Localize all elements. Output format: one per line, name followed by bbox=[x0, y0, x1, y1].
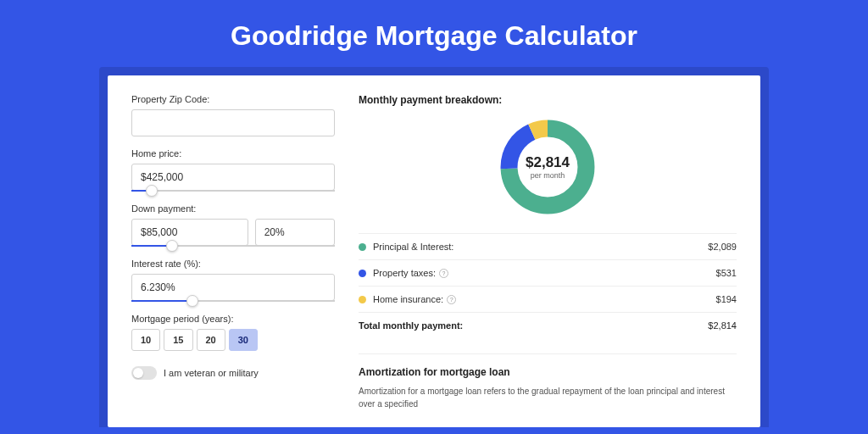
info-icon[interactable]: ? bbox=[439, 269, 448, 278]
legend-dot bbox=[359, 270, 366, 277]
breakdown-label: Property taxes:? bbox=[373, 268, 716, 278]
donut-chart: $2,814 per month bbox=[497, 116, 598, 218]
calculator-card: Property Zip Code: Home price: Down paym… bbox=[108, 75, 760, 427]
breakdown-row: Principal & Interest:$2,089 bbox=[359, 233, 737, 259]
page-title: Goodridge Mortgage Calculator bbox=[0, 0, 868, 67]
period-option-10[interactable]: 10 bbox=[131, 329, 160, 351]
home-price-slider[interactable] bbox=[131, 190, 335, 192]
veteran-label: I am veteran or military bbox=[164, 368, 259, 378]
form-column: Property Zip Code: Home price: Down paym… bbox=[131, 94, 335, 410]
breakdown-value: $2,089 bbox=[708, 242, 737, 252]
period-option-30[interactable]: 30 bbox=[229, 329, 258, 351]
period-option-20[interactable]: 20 bbox=[197, 329, 225, 351]
interest-input[interactable] bbox=[131, 274, 335, 301]
zip-field-group: Property Zip Code: bbox=[131, 94, 335, 136]
breakdown-value: $194 bbox=[716, 294, 737, 304]
total-row: Total monthly payment: $2,814 bbox=[359, 312, 737, 338]
veteran-toggle[interactable] bbox=[131, 366, 157, 380]
period-label: Mortgage period (years): bbox=[131, 314, 335, 324]
slider-thumb[interactable] bbox=[146, 185, 158, 197]
amortization-block: Amortization for mortgage loan Amortizat… bbox=[359, 353, 737, 410]
amortization-title: Amortization for mortgage loan bbox=[359, 366, 737, 378]
breakdown-list: Principal & Interest:$2,089Property taxe… bbox=[359, 233, 737, 312]
breakdown-title: Monthly payment breakdown: bbox=[359, 94, 737, 106]
interest-slider[interactable] bbox=[131, 300, 335, 302]
donut-amount: $2,814 bbox=[526, 154, 570, 171]
down-payment-amount-input[interactable] bbox=[131, 219, 248, 246]
zip-input[interactable] bbox=[131, 109, 335, 136]
info-icon[interactable]: ? bbox=[447, 295, 456, 304]
total-label: Total monthly payment: bbox=[359, 320, 708, 331]
total-value: $2,814 bbox=[708, 320, 737, 331]
interest-field-group: Interest rate (%): bbox=[131, 259, 335, 302]
interest-label: Interest rate (%): bbox=[131, 259, 335, 269]
period-option-15[interactable]: 15 bbox=[164, 329, 192, 351]
period-options: 10152030 bbox=[131, 329, 335, 351]
breakdown-row: Home insurance:?$194 bbox=[359, 286, 737, 312]
breakdown-value: $531 bbox=[716, 268, 737, 278]
slider-thumb[interactable] bbox=[186, 295, 198, 307]
breakdown-column: Monthly payment breakdown: $2,814 per mo… bbox=[359, 94, 737, 410]
home-price-input[interactable] bbox=[131, 164, 335, 191]
down-payment-label: Down payment: bbox=[131, 203, 335, 214]
veteran-toggle-row: I am veteran or military bbox=[131, 366, 335, 380]
period-field-group: Mortgage period (years): 10152030 bbox=[131, 314, 335, 351]
home-price-field-group: Home price: bbox=[131, 148, 335, 192]
down-payment-pct-input[interactable] bbox=[255, 219, 335, 246]
legend-dot bbox=[359, 243, 366, 251]
home-price-label: Home price: bbox=[131, 148, 335, 159]
donut-center: $2,814 per month bbox=[497, 116, 598, 218]
donut-chart-wrap: $2,814 per month bbox=[359, 116, 737, 218]
zip-label: Property Zip Code: bbox=[131, 94, 335, 104]
breakdown-label: Principal & Interest: bbox=[373, 242, 708, 252]
card-shadow: Property Zip Code: Home price: Down paym… bbox=[99, 67, 769, 427]
legend-dot bbox=[359, 296, 366, 303]
down-payment-field-group: Down payment: bbox=[131, 203, 335, 247]
breakdown-label: Home insurance:? bbox=[373, 294, 716, 304]
breakdown-row: Property taxes:?$531 bbox=[359, 259, 737, 286]
slider-thumb[interactable] bbox=[166, 240, 178, 252]
amortization-text: Amortization for a mortgage loan refers … bbox=[359, 385, 737, 410]
donut-sub: per month bbox=[531, 171, 565, 180]
down-payment-slider[interactable] bbox=[131, 245, 335, 247]
